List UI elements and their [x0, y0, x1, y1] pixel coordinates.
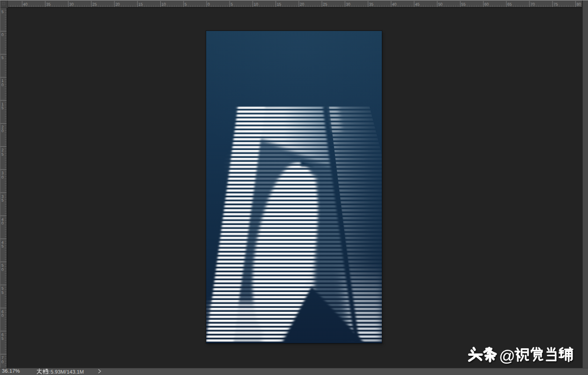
ruler-label: 25: [323, 2, 327, 7]
status-expand-chevron[interactable]: [97, 368, 102, 374]
ruler-label: 5: [1, 290, 4, 295]
chevron-icon: [97, 368, 102, 374]
vertical-scrollbar-track[interactable]: [582, 0, 588, 368]
cjk-glyph-当: [547, 348, 556, 360]
ruler-label: 5: [231, 2, 233, 7]
photoshop-window: { "app": {"title": "Photoshop document v…: [0, 0, 588, 375]
cjk-glyph-文: [37, 369, 42, 374]
ruler-label: 35: [46, 2, 51, 7]
cjk-glyph-档: [43, 369, 48, 374]
ruler-label: 5: [1, 152, 4, 157]
ruler-label: 50: [438, 2, 443, 7]
ruler-label: 30: [346, 2, 350, 7]
cjk-glyph-视: [515, 348, 528, 361]
ruler-label: 15: [277, 2, 282, 7]
ruler-label: 65: [507, 2, 512, 7]
cjk-glyph-头: [469, 348, 482, 360]
svg-text:M: M: [60, 369, 65, 375]
zoom-level-field[interactable]: 36.17%: [2, 368, 20, 374]
ruler-label: 55: [461, 2, 466, 7]
svg-text:M: M: [80, 369, 84, 375]
ruler-corner-box[interactable]: [0, 0, 8, 8]
ruler-label: 5: [1, 244, 4, 248]
document-info[interactable]: :5.93M/143.1M: [36, 368, 97, 375]
ruler-label: 0: [1, 267, 4, 272]
ruler-label: 75: [553, 2, 558, 7]
ruler-label: 5: [1, 336, 4, 341]
ruler-label: 5: [1, 55, 4, 60]
poster-artwork-51: [206, 31, 382, 343]
svg-text::: :: [49, 369, 50, 375]
ruler-label: 0: [1, 32, 4, 37]
ruler-label: 0: [1, 82, 4, 87]
ruler-label: 60: [484, 2, 489, 7]
ruler-label: 40: [23, 2, 28, 7]
ruler-label: 0: [1, 313, 4, 318]
ruler-label: 20: [115, 2, 120, 7]
ruler-origin-icon: [2, 2, 5, 5]
ruler-label: 0: [208, 2, 210, 7]
ruler-label: 30: [69, 2, 74, 7]
ruler-label: 10: [253, 2, 258, 7]
ruler-label: 0: [1, 128, 4, 133]
watermark-text: @: [464, 344, 582, 366]
cjk-glyph-条: [484, 348, 496, 361]
ruler-label: 0: [1, 175, 4, 180]
ruler-label: 0: [1, 360, 4, 364]
watermark-text-group: @: [469, 347, 572, 365]
cjk-glyph-觉: [531, 348, 543, 361]
cjk-glyph-铺: [559, 348, 573, 361]
ruler-label: 45: [415, 2, 420, 7]
ruler-label: 10: [162, 2, 166, 7]
at-sign: @: [499, 347, 515, 365]
document-canvas[interactable]: [206, 31, 382, 343]
ruler-label: 40: [392, 2, 397, 7]
ruler-label: 5: [1, 105, 4, 110]
ruler-horizontal[interactable]: 4035302520151050510152025303540455055606…: [0, 0, 582, 8]
ruler-horizontal-ticks: 4035302520151050510152025303540455055606…: [0, 0, 582, 7]
ruler-vertical-ticks: 50510152025303540455055606570: [0, 8, 7, 368]
ruler-label: 15: [138, 2, 143, 7]
ruler-label: 80: [576, 2, 581, 7]
ruler-label: 5: [1, 9, 4, 14]
watermark: @: [464, 344, 582, 366]
ruler-label: 20: [300, 2, 305, 7]
ruler-label: 5: [1, 198, 4, 202]
ruler-label: 0: [1, 221, 4, 225]
ruler-label: 25: [92, 2, 97, 7]
ruler-label: 5: [185, 2, 187, 7]
ruler-vertical[interactable]: 50510152025303540455055606570: [0, 8, 7, 368]
ruler-label: 35: [369, 2, 374, 7]
ruler-label: 70: [530, 2, 535, 7]
document-info-text: :5.93M/143.1M: [36, 368, 97, 375]
